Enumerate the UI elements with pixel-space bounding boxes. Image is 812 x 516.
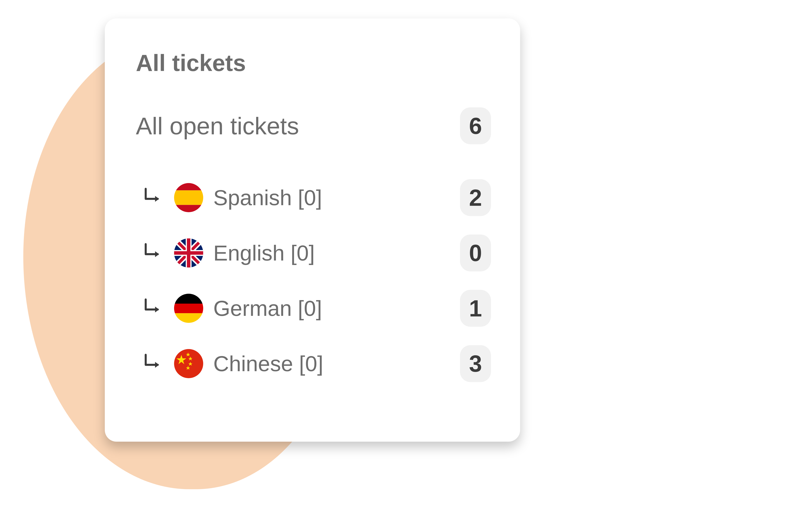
language-label: English [0]: [213, 240, 315, 265]
svg-rect-1: [174, 191, 203, 205]
summary-row-all-open[interactable]: All open tickets 6: [136, 107, 491, 144]
language-row-spanish[interactable]: Spanish [0] 2: [136, 179, 491, 216]
language-count-badge: 0: [460, 234, 491, 271]
language-list: Spanish [0] 2: [136, 179, 491, 382]
flag-uk-icon: [174, 238, 203, 267]
language-count-badge: 1: [460, 290, 491, 327]
language-label: Chinese [0]: [213, 351, 323, 376]
child-arrow-icon: [142, 187, 164, 209]
language-row-chinese[interactable]: Chinese [0] 3: [136, 345, 491, 382]
language-row-german[interactable]: German [0] 3 1: [136, 290, 491, 327]
summary-count-badge: 6: [460, 107, 491, 144]
child-arrow-icon: [142, 297, 164, 319]
svg-rect-10: [174, 313, 203, 323]
svg-rect-0: [174, 183, 203, 191]
child-arrow-icon: [142, 242, 164, 264]
summary-label: All open tickets: [136, 112, 299, 140]
child-arrow-icon: [142, 352, 164, 375]
flag-germany-icon: [174, 294, 203, 323]
language-label: Spanish [0]: [213, 185, 322, 210]
language-row-english[interactable]: English [0] 0: [136, 234, 491, 271]
svg-rect-9: [174, 304, 203, 313]
svg-rect-2: [174, 205, 203, 212]
language-label: German [0]: [213, 296, 322, 321]
language-count-badge: 3: [460, 345, 491, 382]
card-title: All tickets: [136, 50, 491, 76]
svg-rect-7: [174, 251, 203, 255]
svg-rect-8: [174, 294, 203, 304]
flag-spain-icon: [174, 183, 203, 212]
svg-rect-11: [174, 349, 203, 378]
language-count-badge: 2: [460, 179, 491, 216]
tickets-card: All tickets All open tickets 6: [105, 19, 520, 442]
flag-china-icon: [174, 349, 203, 378]
